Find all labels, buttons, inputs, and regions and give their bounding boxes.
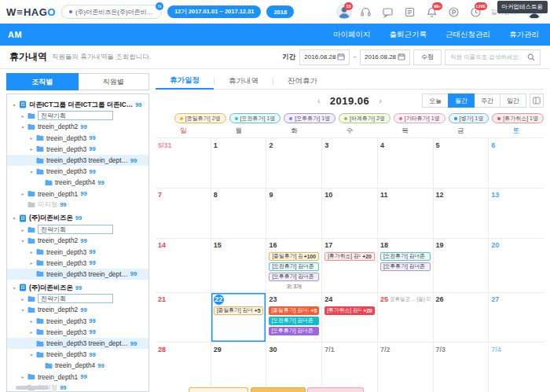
view-button-0[interactable]: 오늘 [422,93,449,108]
tree-node-folder[interactable]: ▸treein_depth399 [7,133,148,144]
tree-node-folder[interactable]: ▾treein_depth299 [7,235,148,246]
chevron-right-icon[interactable]: ▸ [29,146,34,152]
view-button-3[interactable]: 일간 [500,93,526,108]
more-events-link[interactable]: 외 3개 [269,283,319,291]
year-pill[interactable]: 2018 [266,5,294,18]
tree-node-input[interactable]: ▸전략기획 [7,110,148,121]
search-icon[interactable] [527,50,535,64]
tab-0[interactable]: 휴가일정 [156,73,214,90]
nav-item-3[interactable]: 휴가관리 [509,30,539,40]
department-rename-input[interactable]: 전략기획 [38,225,113,234]
p-circle-icon[interactable] [447,5,460,19]
chevron-down-icon[interactable]: ▾ [20,238,25,244]
chevron-right-icon[interactable]: ▸ [20,296,25,302]
calendar-icon[interactable] [337,53,345,62]
tree-node-folder[interactable]: treein_depth499 [7,360,148,371]
bell-icon[interactable]: 99+ [425,5,438,19]
nav-item-2[interactable]: 근태신청관리 [446,30,490,40]
chevron-right-icon[interactable]: ▸ [29,249,34,255]
sidebar-tab-0[interactable]: 조직별 [6,73,79,90]
calendar-cell[interactable]: 7/1 [322,343,378,392]
calendar-cell[interactable]: 4 [378,138,434,188]
chevron-down-icon[interactable]: ▾ [29,169,34,174]
event-chip-red[interactable]: [휴가취소] 김더존 김더존…+20 [324,252,375,261]
calendar-cell[interactable]: 7/3 [434,343,490,392]
chevron-right-icon[interactable]: ▸ [29,260,34,266]
employee-search-input[interactable]: 직원 이름으로 검색하세요. [445,49,541,65]
tree-node-folder[interactable]: ▸treein_depth399 [7,316,148,327]
calendar-cell[interactable]: 7/2 [378,343,434,392]
nav-item-1[interactable]: 출퇴근기록 [390,30,427,40]
calendar-cell[interactable]: 12 [434,189,490,238]
chevron-right-icon[interactable]: ▸ [20,191,25,196]
calendar-cell[interactable]: 28 [156,343,211,392]
tab-2[interactable]: 잔여휴가 [273,73,332,90]
calendar-cell[interactable]: 8 [211,189,267,238]
event-chip-purple[interactable]: [오후휴가] 김더존 [269,273,319,281]
tree-node-folder[interactable]: ▸treein_depth199 [7,189,148,200]
calendar-cell[interactable]: 29 [211,343,267,392]
calendar-cell[interactable]: 2 [266,138,322,188]
calendar-cell[interactable]: 3 [322,138,378,188]
date-from-input[interactable]: 2016.08.28 [299,49,350,65]
event-chip-teal[interactable]: [오전휴가] 김더존 [380,252,431,261]
event-chip-orange[interactable]: [종일휴가] 김더존 김더존…+5 [269,306,319,315]
calendar-cell[interactable]: 16[종일휴가] 김더존 김더…+100[오전휴가] 김더존[오후휴가] 김더존… [266,239,322,292]
tree-node-folder[interactable]: treein_depth3 treein_dept…99 [7,338,148,349]
tree-node-folder[interactable]: treein_depth3 treein_dept…99 [7,155,148,166]
calendar-cell[interactable]: 18[오전휴가] 김더존[오후휴가] 김더존 [378,239,434,292]
chevron-down-icon[interactable]: ▾ [12,102,16,108]
calendar-cell[interactable]: 27 [489,293,544,343]
chevron-down-icon[interactable]: ▾ [12,215,16,221]
calendar-cell[interactable]: 13 [489,189,544,238]
edit-button[interactable]: 수정 [413,49,442,65]
tree-node-folder[interactable]: ▸treein_depth399 [7,144,148,155]
tree-node-folder[interactable]: ▸treein_depth399 [7,258,148,269]
tree-node-folder[interactable]: ▸treein_depth199 [7,372,148,383]
chevron-down-icon[interactable]: ▾ [20,307,25,313]
chevron-down-icon[interactable]: ▾ [12,285,16,291]
view-button-2[interactable]: 주간 [474,93,500,108]
view-button-1[interactable]: 월간 [448,93,475,108]
tree-node-root[interactable]: ▾더존ICT그룹 더존ICT그룹 더존IC…99 [7,99,148,110]
department-rename-input[interactable]: 전략기획 [38,111,113,120]
tree-node-folder[interactable]: ▾treein_depth299 [7,304,148,315]
sidebar-tab-1[interactable]: 직원별 [79,73,150,90]
calendar-cell[interactable]: 9 [266,189,322,238]
department-rename-input[interactable]: 전략기획 [38,294,113,303]
event-chip-red[interactable]: [휴가취소] 김더존 김더존…+20 [324,306,375,315]
horizontal-scrollbar[interactable] [16,386,49,390]
calendar-cell[interactable]: 25공휴일공… (음) 03.21 [378,293,434,343]
tree-node-folder[interactable]: treein_depth499 [7,177,148,188]
calendar-cell[interactable]: 22[종일휴가] 김더존 김더존…+5 [211,293,267,343]
tree-node-folder[interactable]: ▸treein_depth399 [7,327,148,338]
event-chip-purple[interactable]: [오후휴가] 김더존 [269,327,319,335]
company-selector[interactable]: (주)더존비즈온(주)더존비즈온... N [61,5,162,19]
event-chip-orange[interactable]: [종일휴가] 김더존 김더…+100 [269,252,319,261]
tree-node-input[interactable]: ▸전략기획 [7,293,148,304]
chevron-down-icon[interactable]: ▾ [29,352,34,357]
tree-node-folder[interactable]: ▾treein_depth299 [7,121,148,132]
next-month-icon[interactable]: › [379,97,382,105]
chevron-right-icon[interactable]: ▸ [29,135,34,141]
chevron-right-icon[interactable]: ▸ [29,329,34,335]
calendar-cell[interactable]: 14 [156,239,211,292]
wehago-logo[interactable]: W≡HAGO [6,6,56,18]
calendar-list-toggle-button[interactable] [530,93,544,108]
event-chip-teal[interactable]: [오전휴가] 김더존 [269,262,319,271]
tree-node-folder[interactable]: treein_depth3 treein_dept…99 [7,269,148,280]
chevron-right-icon[interactable]: ▸ [20,113,25,119]
tree-node-root[interactable]: ▾(주)더존비즈온99 [7,213,148,224]
calendar-cell[interactable]: 23[종일휴가] 김더존 김더존…+5[오전휴가] 김더존[오후휴가] 김더존 [266,293,322,343]
clock-icon[interactable]: LIVE [469,5,482,19]
calendar-cell[interactable]: 5/31 [156,138,211,188]
calendar-cell[interactable]: 1 [211,138,267,188]
calendar-cell[interactable]: 5 [434,138,490,188]
calendar-cell[interactable]: 17[휴가취소] 김더존 김더존…+20 [322,239,378,292]
fiscal-period-pill[interactable]: 12기 2017.01.01 ~ 2017.12.31 [167,5,262,18]
tree-node-input[interactable]: ▸전략기획 [7,224,148,235]
calendar-cell[interactable]: 6 [489,138,544,188]
user-avatar[interactable]: 15 [337,5,350,19]
chat-icon[interactable] [381,5,394,19]
calendar-icon[interactable] [398,53,405,62]
